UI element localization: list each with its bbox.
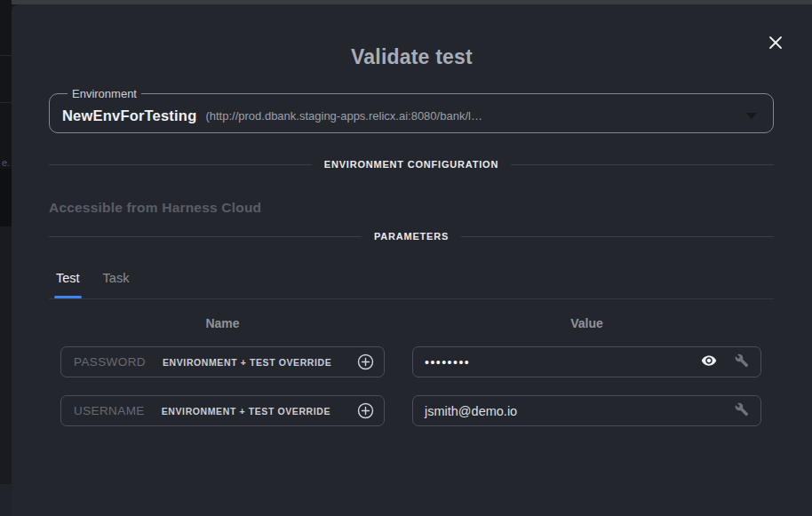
edit-value-button[interactable] [735, 402, 749, 419]
param-name-username: USERNAME ENVIRONMENT + TEST OVERRIDE [60, 395, 385, 426]
environment-name: NewEnvForTesting [62, 107, 196, 124]
param-name-password: PASSWORD ENVIRONMENT + TEST OVERRIDE [60, 346, 385, 377]
show-password-button[interactable] [701, 353, 717, 371]
param-value-username-field[interactable]: jsmith@demo.io [412, 395, 761, 426]
parameter-tabs: Test Task [49, 265, 774, 299]
dialog-title: Validate test [12, 45, 812, 69]
username-value: jsmith@demo.io [425, 404, 517, 418]
tab-task[interactable]: Task [103, 265, 130, 298]
override-badge: ENVIRONMENT + TEST OVERRIDE [163, 357, 331, 368]
validate-test-dialog: Validate test Environment NewEnvForTesti… [12, 4, 812, 516]
add-override-button[interactable] [357, 402, 374, 419]
divider-line [461, 236, 774, 237]
param-key-label: USERNAME [74, 404, 145, 417]
chevron-down-icon [746, 113, 757, 119]
param-value-password-field[interactable]: •••••••• [412, 346, 761, 377]
add-override-button[interactable] [357, 353, 374, 370]
wrench-icon [735, 353, 749, 370]
divider-line [511, 164, 774, 165]
section-parameters: PARAMETERS [49, 231, 774, 242]
background-sidebar: e. [0, 0, 12, 516]
tab-test[interactable]: Test [56, 265, 80, 298]
section-label: ENVIRONMENT CONFIGURATION [324, 159, 498, 170]
password-masked-value: •••••••• [425, 355, 470, 369]
column-header-value: Value [412, 316, 761, 330]
override-badge: ENVIRONMENT + TEST OVERRIDE [162, 406, 330, 417]
sidebar-segment [0, 226, 12, 484]
sidebar-divider [0, 102, 12, 103]
environment-url: (http://prod.dbank.staging-apps.relicx.a… [205, 109, 482, 123]
sidebar-segment [0, 169, 12, 226]
environment-select[interactable]: Environment NewEnvForTesting (http://pro… [49, 87, 774, 133]
eye-icon [701, 353, 717, 371]
sidebar-text-fragment: e. [2, 157, 10, 168]
environment-select-label: Environment [68, 87, 141, 100]
divider-line [49, 164, 312, 165]
environment-note: Accessible from Harness Cloud [49, 200, 261, 216]
param-key-label: PASSWORD [74, 355, 146, 369]
wrench-icon [735, 402, 749, 419]
sidebar-divider [0, 55, 12, 56]
sidebar-segment [0, 484, 12, 516]
column-header-name: Name [60, 316, 385, 330]
divider-line [49, 236, 362, 237]
screen: e. Validate test Environment NewEnvForTe… [0, 0, 812, 516]
section-label: PARAMETERS [374, 231, 449, 242]
edit-value-button[interactable] [735, 353, 749, 370]
section-environment-configuration: ENVIRONMENT CONFIGURATION [49, 159, 774, 170]
